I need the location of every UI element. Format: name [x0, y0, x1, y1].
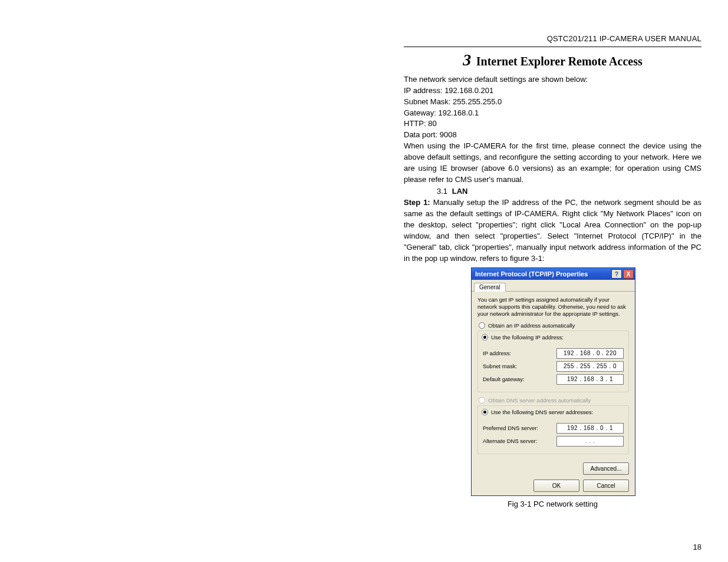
section-number: 3.1: [437, 187, 447, 196]
radio-obtain-ip-auto[interactable]: Obtain an IP address automatically: [479, 322, 629, 329]
step-1-paragraph: Step 1: Manually setup the IP address of…: [404, 197, 701, 264]
input-ip[interactable]: 192 . 168 . 0 . 220: [556, 348, 624, 359]
dns-group: Preferred DNS server: 192 . 168 . 0 . 1 …: [477, 417, 629, 454]
radio-use-ip[interactable]: Use the following IP address:: [482, 334, 628, 340]
tabstrip: General: [472, 280, 635, 292]
input-pdns[interactable]: 192 . 168 . 0 . 1: [556, 423, 624, 434]
label-pdns: Preferred DNS server:: [483, 425, 556, 431]
page-header-title: QSTC201/211 IP-CAMERA USER MANUAL: [404, 34, 701, 43]
cancel-button[interactable]: Cancel: [583, 480, 629, 492]
figure-3-1: Internet Protocol (TCP/IP) Properties ? …: [471, 267, 634, 508]
dialog-inner-buttons: Advanced...: [472, 462, 635, 480]
group-head-dns: Use the following DNS server addresses:: [477, 405, 629, 418]
dialog-buttons: OK Cancel: [472, 480, 635, 495]
intro-paragraph: When using the IP-CAMERA for the first t…: [404, 141, 701, 185]
intro-gw: Gateway: 192.168.0.1: [404, 108, 701, 119]
field-alternate-dns: Alternate DNS server: . . .: [483, 436, 624, 447]
input-adns[interactable]: . . .: [556, 436, 624, 447]
intro-dataport: Data port: 9008: [404, 130, 701, 141]
radio-label: Obtain DNS server address automatically: [488, 397, 591, 404]
tcpip-dialog: Internet Protocol (TCP/IP) Properties ? …: [471, 267, 635, 496]
radio-use-dns[interactable]: Use the following DNS server addresses:: [482, 409, 628, 415]
header-rule: [404, 47, 701, 47]
intro-line: The network service default settings are…: [404, 74, 701, 85]
advanced-button[interactable]: Advanced...: [583, 462, 629, 475]
radio-icon: [479, 397, 485, 404]
ok-button[interactable]: OK: [533, 480, 579, 492]
group-head-ip: Use the following IP address:: [477, 330, 629, 343]
dialog-titlebar[interactable]: Internet Protocol (TCP/IP) Properties ? …: [472, 268, 635, 280]
label-gw: Default gateway:: [483, 376, 556, 382]
radio-icon: [482, 409, 488, 415]
dialog-info-text: You can get IP settings assigned automat…: [477, 296, 629, 318]
page-number: 18: [693, 543, 701, 551]
radio-icon: [479, 322, 485, 329]
manual-page: QSTC201/211 IP-CAMERA USER MANUAL 3 Inte…: [404, 34, 701, 508]
intro-mask: Subnet Mask: 255.255.255.0: [404, 97, 701, 108]
radio-obtain-dns-auto: Obtain DNS server address automatically: [479, 397, 629, 404]
figure-caption: Fig 3-1 PC network setting: [471, 500, 634, 508]
radio-icon: [482, 334, 488, 340]
label-adns: Alternate DNS server:: [483, 438, 556, 444]
field-subnet-mask: Subnet mask: 255 . 255 . 255 . 0: [483, 361, 624, 372]
label-ip: IP address:: [483, 350, 556, 356]
chapter-heading: 3 Internet Explorer Remote Access: [404, 51, 701, 70]
field-ip-address: IP address: 192 . 168 . 0 . 220: [483, 348, 624, 359]
radio-label: Obtain an IP address automatically: [488, 322, 575, 329]
chapter-number: 3: [463, 51, 471, 69]
section-title: LAN: [452, 187, 468, 196]
chapter-title: Internet Explorer Remote Access: [476, 55, 643, 68]
step-1-label: Step 1:: [404, 198, 430, 207]
titlebar-buttons: ? X: [611, 269, 634, 279]
dialog-panel: You can get IP settings assigned automat…: [472, 292, 635, 462]
label-mask: Subnet mask:: [483, 363, 556, 369]
body-text: The network service default settings are…: [404, 74, 701, 264]
tab-general[interactable]: General: [474, 283, 506, 292]
step-1-text: Manually setup the IP address of the PC,…: [404, 198, 701, 262]
close-button[interactable]: X: [623, 269, 634, 279]
dialog-title: Internet Protocol (TCP/IP) Properties: [475, 270, 588, 277]
section-heading: 3.1 LAN: [437, 186, 701, 197]
field-default-gateway: Default gateway: 192 . 168 . 3 . 1: [483, 374, 624, 385]
radio-label: Use the following DNS server addresses:: [491, 409, 593, 415]
input-gw[interactable]: 192 . 168 . 3 . 1: [556, 374, 624, 385]
radio-label: Use the following IP address:: [491, 334, 564, 340]
input-mask[interactable]: 255 . 255 . 255 . 0: [556, 361, 624, 372]
help-button[interactable]: ?: [611, 269, 622, 279]
ip-group: IP address: 192 . 168 . 0 . 220 Subnet m…: [477, 342, 629, 392]
intro-http: HTTP: 80: [404, 118, 701, 130]
intro-ip: IP address: 192.168.0.201: [404, 85, 701, 97]
field-preferred-dns: Preferred DNS server: 192 . 168 . 0 . 1: [483, 423, 624, 434]
